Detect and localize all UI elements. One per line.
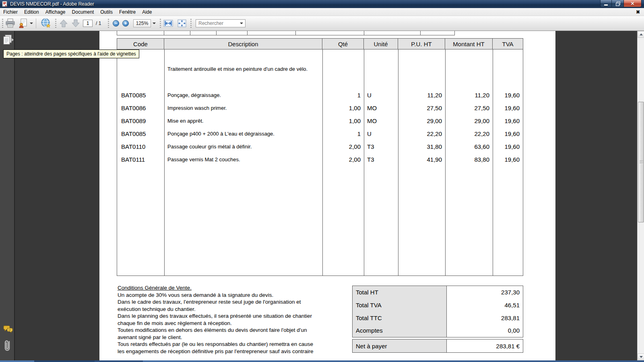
menu-document[interactable]: Document <box>69 8 97 16</box>
collaborate-button[interactable] <box>40 16 52 31</box>
scroll-down-button[interactable] <box>638 354 644 360</box>
restore-icon <box>616 2 620 5</box>
clipped-table-edge <box>117 31 455 35</box>
arrow-up-icon <box>59 19 68 28</box>
menu-outils[interactable]: Outils <box>97 8 116 16</box>
table-row: BAT0110 Passage couleur gris métal à déf… <box>117 140 523 153</box>
conditions-line: Dans le planning des travaux effectués, … <box>118 313 335 320</box>
conditions-title: Conditions Générale de Vente. <box>118 284 335 292</box>
title-bar: DEVIS NMDECOR.pdf - Adobe Reader ✕ <box>0 0 644 8</box>
search-box[interactable] <box>196 19 246 27</box>
pages-panel-expand-icon[interactable] <box>12 38 14 41</box>
zoom-dropdown-caret[interactable] <box>153 23 156 24</box>
minimize-button[interactable] <box>600 0 612 7</box>
net-a-payer-label: Net à payer <box>353 339 447 352</box>
col-header-tva: TVA <box>493 39 523 49</box>
scroll-up-icon <box>640 33 643 35</box>
table-row: BAT0089 Mise en apprêt. 1,00 MO 29,00 29… <box>117 114 523 127</box>
menu-affichage[interactable]: Affichage <box>42 8 69 16</box>
menu-fenetre[interactable]: Fenêtre <box>116 8 139 16</box>
total-ht-value: 237,30 <box>447 286 523 299</box>
toolbar-grip <box>190 19 192 28</box>
conditions-line: Tous retards effectués par (le ou les re… <box>118 341 335 348</box>
items-table-header: Code Description Qté Unité P.U. HT Monta… <box>117 38 523 49</box>
menu-edition[interactable]: Edition <box>21 8 42 16</box>
intro-description: Traitement antirouille et mise en peintu… <box>164 66 322 72</box>
zoom-in-button[interactable]: + <box>122 16 129 31</box>
toolbar-grip <box>2 19 3 28</box>
table-row: BAT0085 Ponçage, dégraissage. 1 U 11,20 … <box>117 88 523 101</box>
zoom-out-icon: − <box>113 20 119 27</box>
conditions-line: exécution technique du chantier. <box>118 306 335 313</box>
adobe-reader-window: DEVIS NMDECOR.pdf - Adobe Reader ✕ Fichi… <box>0 0 644 362</box>
zoom-level-value: 125% <box>133 19 151 27</box>
close-document-icon[interactable]: ✖ <box>636 8 640 16</box>
page-count-label: / 1 <box>96 21 101 26</box>
close-button[interactable]: ✕ <box>623 0 642 7</box>
navigation-sidebar <box>0 31 15 360</box>
comments-panel-icon[interactable] <box>3 324 13 334</box>
previous-page-button[interactable] <box>59 16 68 31</box>
search-input[interactable] <box>196 21 238 26</box>
col-header-description: Description <box>164 39 322 49</box>
conditions-line: Toutes modifications en dehors des éléme… <box>118 327 335 334</box>
col-header-qty: Qté <box>322 39 364 49</box>
menu-fichier[interactable]: Fichier <box>0 8 21 16</box>
total-ttc-value: 283,81 <box>447 311 523 324</box>
document-area: Pages : atteindre des pages spécifiques … <box>0 31 644 360</box>
toolbar-separator <box>36 19 36 28</box>
col-header-montant: Montant HT <box>445 39 493 49</box>
zoom-in-icon: + <box>122 20 129 27</box>
share-file-icon <box>19 19 28 28</box>
scroll-down-icon <box>640 356 643 358</box>
conditions-line: Dans le cadre des travaux, l'entrepreneu… <box>118 298 335 306</box>
conditions-line: chaque fin de mois avec règlement à réce… <box>118 320 335 327</box>
menu-aide[interactable]: Aide <box>139 8 155 16</box>
total-tva-value: 46,51 <box>447 299 523 312</box>
zoom-level-select[interactable]: 125% <box>133 16 156 31</box>
table-row: BAT0111 Passage vernis Mat 2 couches. 2,… <box>117 153 523 166</box>
items-table-body: Traitement antirouille et mise en peintu… <box>117 49 523 276</box>
restore-button[interactable] <box>612 0 623 7</box>
menu-bar: Fichier Edition Affichage Document Outil… <box>0 8 644 16</box>
search-dropdown-caret[interactable] <box>240 23 243 24</box>
attachments-panel-icon[interactable] <box>3 339 12 353</box>
vertical-scrollbar[interactable] <box>637 31 644 360</box>
pdf-page: Code Description Qté Unité P.U. HT Monta… <box>99 31 555 360</box>
table-row: BAT0085 Ponçage p400 + 2000 à L'eau et d… <box>117 127 523 140</box>
close-icon: ✕ <box>630 0 634 7</box>
fit-page-icon <box>177 19 187 28</box>
toolbar-grip <box>160 19 161 28</box>
fit-width-button[interactable] <box>163 16 173 31</box>
scrollbar-grip-icon <box>640 160 643 164</box>
conditions-line: avenant signé par le client. <box>118 334 335 341</box>
toolbar: / 1 − + 125% <box>0 16 644 31</box>
conditions-line: les engagements de réception définitive … <box>118 348 335 355</box>
print-button[interactable] <box>5 16 16 31</box>
table-row: BAT0086 Impression wasch primer. 1,00 MO… <box>117 101 523 114</box>
share-dropdown-caret[interactable] <box>30 23 33 24</box>
zoom-out-button[interactable]: − <box>113 16 119 31</box>
net-a-payer-table: Net à payer 283,81 € <box>352 339 523 353</box>
fit-page-button[interactable] <box>177 16 187 31</box>
window-title: DEVIS NMDECOR.pdf - Adobe Reader <box>10 1 94 7</box>
pages-panel-icon[interactable] <box>3 34 12 45</box>
scrollbar-thumb[interactable] <box>638 102 644 222</box>
arrow-down-icon <box>71 19 80 28</box>
scroll-up-button[interactable] <box>638 31 644 38</box>
page-number-input[interactable] <box>83 20 93 27</box>
fit-width-icon <box>163 19 173 28</box>
totals-table: Total HT 237,30 Total TVA 46,51 Total TT… <box>352 286 523 337</box>
acomptes-label: Acomptes <box>353 324 447 337</box>
total-ttc-label: Total TTC <box>353 311 447 324</box>
next-page-button[interactable] <box>71 16 80 31</box>
conditions-line: Un acompte de 30% vous sera demandé à la… <box>118 292 335 299</box>
pages-tooltip: Pages : atteindre des pages spécifiques … <box>3 49 139 58</box>
toolbar-grip <box>55 19 56 28</box>
col-header-code: Code <box>117 39 164 49</box>
globe-icon <box>40 18 52 29</box>
minimize-icon <box>604 4 608 6</box>
pdf-app-icon <box>2 1 8 7</box>
share-file-button[interactable] <box>19 16 33 31</box>
total-tva-label: Total TVA <box>353 299 447 312</box>
